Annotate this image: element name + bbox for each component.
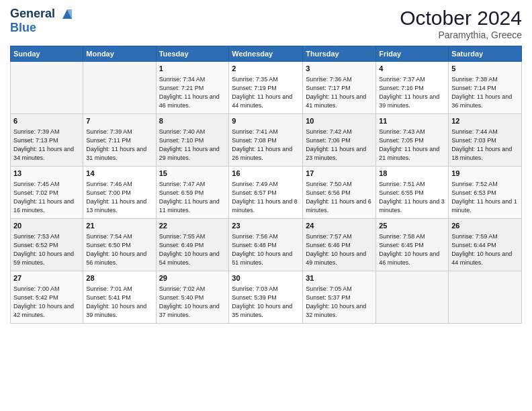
daylight-text: Daylight: 10 hours and 54 minutes. <box>159 250 220 266</box>
daylight-text: Daylight: 11 hours and 8 minutes. <box>232 198 298 214</box>
day-number: 15 <box>159 169 226 179</box>
table-row: 14Sunrise: 7:46 AMSunset: 7:00 PMDayligh… <box>83 167 156 219</box>
table-row: 29Sunrise: 7:02 AMSunset: 5:40 PMDayligh… <box>156 271 229 324</box>
day-number: 2 <box>232 64 300 75</box>
sunrise-text: Sunrise: 7:39 AM <box>86 128 132 135</box>
table-row: 19Sunrise: 7:52 AMSunset: 6:53 PMDayligh… <box>449 167 522 219</box>
daylight-text: Daylight: 10 hours and 35 minutes. <box>232 303 292 318</box>
sunset-text: Sunset: 7:11 PM <box>86 137 131 144</box>
table-row: 31Sunrise: 7:05 AMSunset: 5:37 PMDayligh… <box>303 271 376 324</box>
sunset-text: Sunset: 7:16 PM <box>379 85 424 91</box>
sunset-text: Sunset: 6:49 PM <box>159 242 204 248</box>
sunset-text: Sunset: 5:40 PM <box>159 294 204 301</box>
sunrise-text: Sunrise: 7:05 AM <box>306 285 352 292</box>
col-monday: Monday <box>83 46 156 62</box>
daylight-text: Daylight: 11 hours and 34 minutes. <box>13 146 74 161</box>
sunrise-text: Sunrise: 7:38 AM <box>451 76 498 83</box>
table-row: 17Sunrise: 7:50 AMSunset: 6:56 PMDayligh… <box>303 167 376 219</box>
sunset-text: Sunset: 5:41 PM <box>86 294 131 301</box>
sunrise-text: Sunrise: 7:42 AM <box>306 128 352 135</box>
sunset-text: Sunset: 7:19 PM <box>232 85 277 91</box>
table-row <box>449 271 522 324</box>
sunrise-text: Sunrise: 7:43 AM <box>379 128 425 135</box>
table-row: 9Sunrise: 7:41 AMSunset: 7:08 PMDaylight… <box>229 114 303 167</box>
day-number: 20 <box>13 221 80 232</box>
table-row <box>83 62 156 114</box>
table-row: 7Sunrise: 7:39 AMSunset: 7:11 PMDaylight… <box>83 114 156 167</box>
sunrise-text: Sunrise: 7:53 AM <box>13 233 60 240</box>
sunset-text: Sunset: 7:17 PM <box>306 85 351 91</box>
day-number: 12 <box>451 116 519 127</box>
day-number: 13 <box>13 169 80 179</box>
day-number: 24 <box>306 221 373 232</box>
sunset-text: Sunset: 5:42 PM <box>13 294 58 301</box>
logo-text: General <box>10 7 75 21</box>
col-friday: Friday <box>376 46 449 62</box>
daylight-text: Daylight: 11 hours and 46 minutes. <box>159 93 220 109</box>
logo-icon <box>60 7 75 21</box>
table-row: 30Sunrise: 7:03 AMSunset: 5:39 PMDayligh… <box>229 271 303 324</box>
calendar-week-5: 27Sunrise: 7:00 AMSunset: 5:42 PMDayligh… <box>11 271 522 324</box>
sunrise-text: Sunrise: 7:59 AM <box>451 233 498 240</box>
daylight-text: Daylight: 10 hours and 46 minutes. <box>379 250 439 266</box>
sunrise-text: Sunrise: 7:41 AM <box>232 128 278 135</box>
daylight-text: Daylight: 11 hours and 41 minutes. <box>306 93 366 109</box>
sunrise-text: Sunrise: 7:34 AM <box>159 76 206 83</box>
daylight-text: Daylight: 11 hours and 18 minutes. <box>451 146 512 161</box>
day-number: 6 <box>13 116 80 127</box>
day-number: 28 <box>86 273 152 284</box>
table-row: 27Sunrise: 7:00 AMSunset: 5:42 PMDayligh… <box>11 271 83 324</box>
table-row: 8Sunrise: 7:40 AMSunset: 7:10 PMDaylight… <box>156 114 229 167</box>
daylight-text: Daylight: 10 hours and 56 minutes. <box>86 250 146 266</box>
calendar-week-2: 6Sunrise: 7:39 AMSunset: 7:13 PMDaylight… <box>11 114 522 167</box>
sunrise-text: Sunrise: 7:00 AM <box>13 285 60 292</box>
sunrise-text: Sunrise: 7:52 AM <box>451 181 498 187</box>
sunrise-text: Sunrise: 7:37 AM <box>379 76 425 83</box>
sunset-text: Sunset: 7:14 PM <box>451 85 496 91</box>
daylight-text: Daylight: 11 hours and 11 minutes. <box>159 198 220 214</box>
month-title: October 2024 <box>400 7 522 30</box>
sunrise-text: Sunrise: 7:47 AM <box>159 181 206 187</box>
sunrise-text: Sunrise: 7:49 AM <box>232 181 278 187</box>
sunrise-text: Sunrise: 7:44 AM <box>451 128 498 135</box>
sunset-text: Sunset: 6:56 PM <box>306 189 351 196</box>
table-row: 22Sunrise: 7:55 AMSunset: 6:49 PMDayligh… <box>156 219 229 271</box>
daylight-text: Daylight: 11 hours and 29 minutes. <box>159 146 220 161</box>
sunrise-text: Sunrise: 7:45 AM <box>13 181 60 187</box>
table-row: 13Sunrise: 7:45 AMSunset: 7:02 PMDayligh… <box>11 167 83 219</box>
day-number: 14 <box>86 169 152 179</box>
day-number: 23 <box>232 221 300 232</box>
page-header: General Blue October 2024 Paramythia, Gr… <box>10 7 522 40</box>
day-number: 18 <box>379 169 445 179</box>
day-number: 4 <box>379 64 445 75</box>
daylight-text: Daylight: 11 hours and 16 minutes. <box>13 198 74 214</box>
table-row: 3Sunrise: 7:36 AMSunset: 7:17 PMDaylight… <box>303 62 376 114</box>
sunrise-text: Sunrise: 7:36 AM <box>306 76 352 83</box>
sunset-text: Sunset: 6:59 PM <box>159 189 204 196</box>
day-number: 29 <box>159 273 226 284</box>
day-number: 11 <box>379 116 445 127</box>
daylight-text: Daylight: 11 hours and 6 minutes. <box>306 198 371 214</box>
daylight-text: Daylight: 11 hours and 23 minutes. <box>306 146 366 161</box>
daylight-text: Daylight: 11 hours and 3 minutes. <box>379 198 445 214</box>
day-number: 17 <box>306 169 373 179</box>
daylight-text: Daylight: 10 hours and 37 minutes. <box>159 303 220 318</box>
day-number: 22 <box>159 221 226 232</box>
sunset-text: Sunset: 6:57 PM <box>232 189 277 196</box>
daylight-text: Daylight: 11 hours and 36 minutes. <box>451 93 512 109</box>
table-row: 28Sunrise: 7:01 AMSunset: 5:41 PMDayligh… <box>83 271 156 324</box>
day-number: 26 <box>451 221 519 232</box>
table-row: 11Sunrise: 7:43 AMSunset: 7:05 PMDayligh… <box>376 114 449 167</box>
logo-blue: Blue <box>10 21 75 35</box>
daylight-text: Daylight: 10 hours and 51 minutes. <box>232 250 292 266</box>
sunset-text: Sunset: 5:39 PM <box>232 294 277 301</box>
daylight-text: Daylight: 10 hours and 49 minutes. <box>306 250 366 266</box>
daylight-text: Daylight: 11 hours and 31 minutes. <box>86 146 146 161</box>
sunrise-text: Sunrise: 7:58 AM <box>379 233 425 240</box>
sunset-text: Sunset: 7:10 PM <box>159 137 204 144</box>
daylight-text: Daylight: 11 hours and 44 minutes. <box>232 93 292 109</box>
table-row: 10Sunrise: 7:42 AMSunset: 7:06 PMDayligh… <box>303 114 376 167</box>
col-sunday: Sunday <box>11 46 83 62</box>
table-row: 18Sunrise: 7:51 AMSunset: 6:55 PMDayligh… <box>376 167 449 219</box>
sunset-text: Sunset: 7:02 PM <box>13 189 58 196</box>
